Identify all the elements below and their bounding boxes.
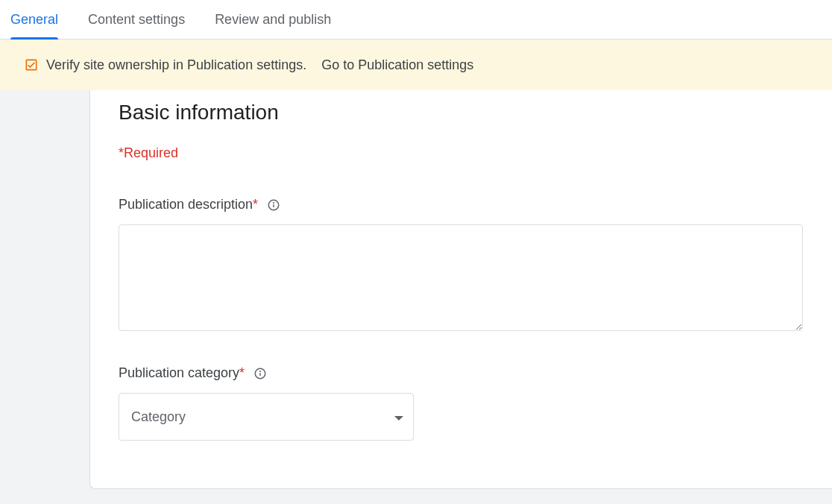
basic-information-card: Basic information *Required Publication … (89, 90, 832, 489)
publication-description-input[interactable] (119, 224, 803, 331)
content-area: Basic information *Required Publication … (0, 90, 832, 504)
svg-point-5 (260, 371, 261, 371)
tab-review-and-publish[interactable]: Review and publish (215, 0, 331, 40)
publication-description-field: Publication description* (119, 197, 804, 334)
notice-text: Verify site ownership in Publication set… (46, 57, 306, 73)
tab-content-settings[interactable]: Content settings (88, 0, 185, 40)
tab-general[interactable]: General (10, 0, 58, 40)
field-label-text: Publication category* (119, 365, 245, 381)
notice-bar: Verify site ownership in Publication set… (0, 40, 832, 90)
tab-label: Review and publish (215, 12, 331, 28)
field-label-row: Publication category* (119, 365, 804, 381)
section-title: Basic information (119, 101, 804, 125)
select-placeholder: Category (131, 409, 186, 425)
tabs-bar: General Content settings Review and publ… (0, 0, 832, 40)
tab-label: Content settings (88, 12, 185, 28)
publication-category-field: Publication category* Category (119, 365, 804, 441)
field-label-row: Publication description* (119, 197, 804, 212)
category-select-wrap: Category (119, 393, 414, 441)
publication-category-select[interactable]: Category (119, 393, 414, 441)
verify-checkbox-icon (24, 57, 39, 72)
go-to-publication-settings-link[interactable]: Go to Publication settings (321, 57, 473, 73)
info-icon[interactable] (267, 198, 280, 212)
tab-label: General (10, 12, 58, 28)
info-icon[interactable] (253, 367, 267, 380)
field-label-text: Publication description* (119, 197, 258, 212)
svg-point-2 (274, 202, 274, 203)
required-note: *Required (119, 145, 804, 161)
